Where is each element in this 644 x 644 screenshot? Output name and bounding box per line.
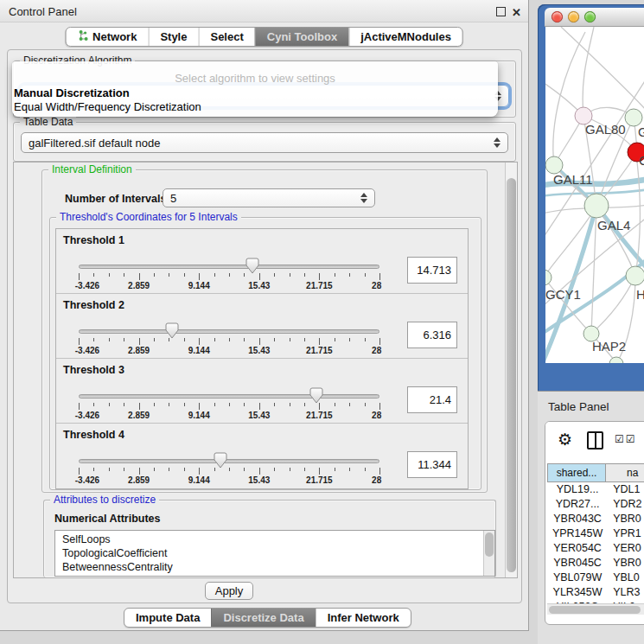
table-row[interactable]: YBR043CYBR0 bbox=[547, 513, 644, 527]
numerical-attributes-listbox[interactable]: SelfLoopsTopologicalCoefficientBetweenne… bbox=[54, 530, 495, 577]
slider-ticks bbox=[79, 467, 379, 475]
cell-shared-name[interactable]: YDL19... bbox=[547, 483, 608, 498]
cell-shared-name[interactable]: YER054C bbox=[547, 542, 608, 557]
table-row[interactable]: YDL19...YDL1 bbox=[547, 483, 644, 498]
column-header-shared-name[interactable]: shared... bbox=[547, 463, 606, 482]
attribute-list-item[interactable]: SelfLoops bbox=[55, 532, 494, 546]
table-row[interactable]: YPR145WYPR1 bbox=[547, 527, 644, 542]
listbox-scrollbar[interactable] bbox=[483, 531, 494, 576]
network-node[interactable] bbox=[545, 156, 563, 174]
table-data-combobox-value: galFiltered.sif default node bbox=[29, 137, 494, 150]
split-columns-icon[interactable] bbox=[587, 431, 603, 450]
threshold-label: Threshold 4 bbox=[63, 429, 124, 441]
tab-style[interactable]: Style bbox=[148, 28, 198, 46]
network-node[interactable] bbox=[545, 270, 552, 285]
threshold-value-field[interactable]: 21.4 bbox=[407, 386, 457, 413]
slider-track[interactable] bbox=[79, 329, 379, 334]
listbox-scrollbar-thumb[interactable] bbox=[485, 532, 494, 557]
table-row[interactable]: YBR045CYBR0 bbox=[547, 557, 644, 571]
cyni-toolbox-panel: Discretization Algorithm Select algorith… bbox=[7, 49, 522, 603]
close-window-icon[interactable]: ✕ bbox=[512, 6, 521, 19]
settings-scrollbar-thumb[interactable] bbox=[507, 178, 516, 572]
table-data-combobox[interactable]: galFiltered.sif default node bbox=[21, 132, 508, 153]
network-node[interactable] bbox=[625, 109, 642, 126]
threshold-slider[interactable]: -3.4262.8599.14415.4321.71528 bbox=[79, 392, 379, 421]
slider-thumb[interactable] bbox=[309, 387, 323, 404]
cell-shared-name[interactable]: YLR345W bbox=[547, 586, 608, 601]
table-panel-toolbar: ⚙ ☑☑ bbox=[545, 422, 644, 462]
settings-scrollbar[interactable] bbox=[505, 163, 517, 577]
tab-network[interactable]: Network bbox=[66, 28, 148, 46]
table-horizontal-scrollbar[interactable] bbox=[547, 603, 644, 615]
cell-name[interactable]: YBR0 bbox=[608, 557, 644, 571]
tab-label: Impute Data bbox=[136, 611, 200, 624]
algorithm-option-equal-width-frequency-discretization[interactable]: Equal Width/Frequency Discretization bbox=[12, 100, 498, 114]
network-node-label: GCY1 bbox=[545, 287, 581, 302]
zoom-traffic-light-icon[interactable] bbox=[584, 11, 596, 22]
tab-impute-data[interactable]: Impute Data bbox=[124, 609, 211, 627]
table-rows: YDL19...YDL1YDR27...YDR2YBR043CYBR0YPR14… bbox=[547, 483, 644, 603]
slider-thumb[interactable] bbox=[245, 258, 259, 274]
network-node[interactable] bbox=[584, 194, 609, 218]
number-of-intervals-combobox[interactable]: 5 bbox=[163, 188, 375, 207]
slider-track[interactable] bbox=[79, 459, 379, 463]
slider-ticks bbox=[79, 402, 379, 410]
cell-shared-name[interactable]: YBL079W bbox=[547, 571, 608, 586]
threshold-label: Threshold 3 bbox=[63, 364, 124, 376]
cell-name[interactable]: YDR2 bbox=[608, 498, 644, 513]
tab-discretize-data[interactable]: Discretize Data bbox=[211, 609, 315, 627]
table-row[interactable]: YLR345WYLR3 bbox=[547, 586, 644, 601]
column-header-name[interactable]: na bbox=[606, 463, 644, 482]
cell-name[interactable]: YDL1 bbox=[608, 483, 644, 498]
tab-cyni-toolbox[interactable]: Cyni Toolbox bbox=[255, 28, 348, 46]
cell-name[interactable]: YER0 bbox=[608, 542, 644, 557]
cell-name[interactable]: YLR3 bbox=[608, 586, 644, 601]
tab-select[interactable]: Select bbox=[198, 28, 254, 46]
network-node-label: C bbox=[639, 153, 644, 168]
threshold-value-field[interactable]: 11.344 bbox=[407, 451, 457, 478]
select-columns-checkboxes-icon[interactable]: ☑☑ bbox=[615, 433, 637, 445]
cell-name[interactable]: YBL0 bbox=[608, 571, 644, 586]
slider-track[interactable] bbox=[79, 394, 379, 399]
attributes-group-title: Attributes to discretize bbox=[50, 494, 159, 506]
cell-shared-name[interactable]: YDR27... bbox=[547, 498, 608, 513]
algorithm-popup-items: Manual DiscretizationEqual Width/Frequen… bbox=[12, 86, 498, 114]
attribute-list-item[interactable]: TopologicalCoefficient bbox=[55, 546, 494, 560]
cell-name[interactable]: YPR1 bbox=[608, 527, 644, 542]
attribute-list-item[interactable]: BetweennessCentrality bbox=[55, 560, 494, 574]
table-row[interactable]: YBL079WYBL0 bbox=[547, 571, 644, 586]
threshold-value-field[interactable]: 14.713 bbox=[407, 257, 457, 284]
cell-name[interactable]: YBR0 bbox=[608, 513, 644, 527]
cell-shared-name[interactable]: YPR145W bbox=[547, 527, 608, 542]
algorithm-option-manual-discretization[interactable]: Manual Discretization bbox=[12, 86, 498, 100]
table-row[interactable]: YER054CYER0 bbox=[547, 542, 644, 557]
threshold-block-2: Threshold 2-3.4262.8599.14415.4321.71528… bbox=[56, 294, 468, 359]
threshold-block-1: Threshold 1-3.4262.8599.14415.4321.71528… bbox=[56, 229, 468, 294]
gear-icon[interactable]: ⚙ bbox=[558, 430, 572, 450]
number-of-intervals-label: Number of Intervals bbox=[65, 193, 166, 205]
tab-infer-network[interactable]: Infer Network bbox=[316, 609, 411, 627]
network-node[interactable] bbox=[609, 357, 623, 363]
tab-jactivemnodules[interactable]: jActiveMNodules bbox=[348, 28, 462, 46]
slider-thumb[interactable] bbox=[214, 452, 227, 469]
cell-shared-name[interactable]: YBR043C bbox=[547, 513, 608, 527]
threshold-block-4: Threshold 4-3.4262.8599.14415.4321.71528… bbox=[56, 424, 468, 488]
network-node[interactable] bbox=[626, 266, 644, 285]
threshold-slider[interactable]: -3.4262.8599.14415.4321.71528 bbox=[79, 456, 379, 486]
threshold-slider[interactable]: -3.4262.8599.14415.4321.71528 bbox=[79, 327, 379, 356]
minimize-traffic-light-icon[interactable] bbox=[568, 11, 579, 22]
float-window-icon[interactable] bbox=[496, 7, 506, 16]
network-canvas[interactable]: GAL80GACGAL11GAL4GCY1HHAP2 bbox=[545, 27, 644, 363]
network-window-titlebar[interactable] bbox=[545, 8, 644, 27]
close-traffic-light-icon[interactable] bbox=[552, 11, 563, 22]
apply-button[interactable]: Apply bbox=[205, 582, 253, 600]
threshold-slider[interactable]: -3.4262.8599.14415.4321.71528 bbox=[79, 262, 379, 291]
tab-label: Network bbox=[92, 30, 137, 43]
table-horizontal-scrollbar-thumb[interactable] bbox=[549, 606, 641, 614]
table-row[interactable]: YDR27...YDR2 bbox=[547, 498, 644, 513]
slider-track[interactable] bbox=[79, 265, 379, 269]
slider-thumb[interactable] bbox=[165, 322, 179, 339]
cell-shared-name[interactable]: YBR045C bbox=[547, 557, 608, 571]
desktop: Control Panel ✕ NetworkStyleSelectCyni T… bbox=[0, 0, 644, 644]
threshold-value-field[interactable]: 6.316 bbox=[407, 322, 457, 348]
